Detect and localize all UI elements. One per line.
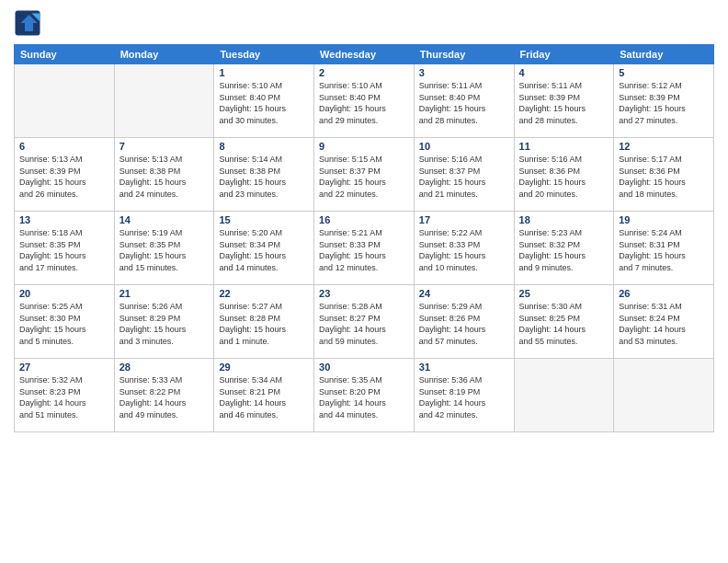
calendar-cell: 20Sunrise: 5:25 AM Sunset: 8:30 PM Dayli… <box>15 285 115 359</box>
day-info: Sunrise: 5:29 AM Sunset: 8:26 PM Dayligh… <box>419 301 509 347</box>
week-row-4: 20Sunrise: 5:25 AM Sunset: 8:30 PM Dayli… <box>15 285 714 359</box>
day-number: 12 <box>619 141 709 152</box>
weekday-header-wednesday: Wednesday <box>314 45 415 64</box>
weekday-header-friday: Friday <box>514 45 614 64</box>
calendar-cell: 3Sunrise: 5:11 AM Sunset: 8:40 PM Daylig… <box>414 64 514 138</box>
calendar-cell: 12Sunrise: 5:17 AM Sunset: 8:36 PM Dayli… <box>614 138 714 212</box>
day-info: Sunrise: 5:15 AM Sunset: 8:37 PM Dayligh… <box>319 154 409 200</box>
day-info: Sunrise: 5:16 AM Sunset: 8:37 PM Dayligh… <box>419 154 509 200</box>
day-number: 6 <box>19 141 109 152</box>
week-row-2: 6Sunrise: 5:13 AM Sunset: 8:39 PM Daylig… <box>15 138 714 212</box>
day-info: Sunrise: 5:11 AM Sunset: 8:39 PM Dayligh… <box>519 80 609 126</box>
calendar-cell: 13Sunrise: 5:18 AM Sunset: 8:35 PM Dayli… <box>15 212 115 285</box>
day-number: 30 <box>319 362 409 373</box>
day-number: 1 <box>219 67 309 78</box>
calendar-cell: 26Sunrise: 5:31 AM Sunset: 8:24 PM Dayli… <box>614 285 714 359</box>
day-number: 23 <box>319 288 409 299</box>
calendar-cell: 8Sunrise: 5:14 AM Sunset: 8:38 PM Daylig… <box>214 138 314 212</box>
logo <box>14 9 43 37</box>
week-row-1: 1Sunrise: 5:10 AM Sunset: 8:40 PM Daylig… <box>15 64 714 138</box>
day-number: 31 <box>419 362 509 373</box>
day-info: Sunrise: 5:27 AM Sunset: 8:28 PM Dayligh… <box>219 301 309 347</box>
calendar-cell <box>614 359 714 432</box>
calendar-cell: 22Sunrise: 5:27 AM Sunset: 8:28 PM Dayli… <box>214 285 314 359</box>
calendar-cell: 18Sunrise: 5:23 AM Sunset: 8:32 PM Dayli… <box>514 212 614 285</box>
day-number: 14 <box>119 214 210 225</box>
week-row-5: 27Sunrise: 5:32 AM Sunset: 8:23 PM Dayli… <box>15 359 714 432</box>
day-number: 3 <box>419 67 509 78</box>
weekday-header-row: SundayMondayTuesdayWednesdayThursdayFrid… <box>15 45 714 64</box>
day-info: Sunrise: 5:26 AM Sunset: 8:29 PM Dayligh… <box>119 301 210 347</box>
weekday-header-monday: Monday <box>114 45 214 64</box>
calendar-cell: 11Sunrise: 5:16 AM Sunset: 8:36 PM Dayli… <box>514 138 614 212</box>
day-info: Sunrise: 5:22 AM Sunset: 8:33 PM Dayligh… <box>419 227 509 273</box>
day-info: Sunrise: 5:13 AM Sunset: 8:38 PM Dayligh… <box>119 154 210 200</box>
calendar-cell: 1Sunrise: 5:10 AM Sunset: 8:40 PM Daylig… <box>214 64 314 138</box>
calendar-cell: 29Sunrise: 5:34 AM Sunset: 8:21 PM Dayli… <box>214 359 314 432</box>
day-number: 22 <box>219 288 309 299</box>
weekday-header-sunday: Sunday <box>15 45 115 64</box>
day-number: 16 <box>319 214 409 225</box>
logo-icon <box>14 9 41 37</box>
day-info: Sunrise: 5:21 AM Sunset: 8:33 PM Dayligh… <box>319 227 409 273</box>
day-number: 26 <box>619 288 709 299</box>
calendar-cell: 24Sunrise: 5:29 AM Sunset: 8:26 PM Dayli… <box>414 285 514 359</box>
calendar-cell: 10Sunrise: 5:16 AM Sunset: 8:37 PM Dayli… <box>414 138 514 212</box>
day-number: 8 <box>219 141 309 152</box>
calendar-cell: 17Sunrise: 5:22 AM Sunset: 8:33 PM Dayli… <box>414 212 514 285</box>
day-number: 27 <box>19 362 109 373</box>
day-number: 28 <box>119 362 210 373</box>
calendar-cell <box>15 64 115 138</box>
day-number: 2 <box>319 67 409 78</box>
day-info: Sunrise: 5:16 AM Sunset: 8:36 PM Dayligh… <box>519 154 609 200</box>
calendar-cell: 7Sunrise: 5:13 AM Sunset: 8:38 PM Daylig… <box>114 138 214 212</box>
day-number: 4 <box>519 67 609 78</box>
day-info: Sunrise: 5:31 AM Sunset: 8:24 PM Dayligh… <box>619 301 709 347</box>
day-info: Sunrise: 5:12 AM Sunset: 8:39 PM Dayligh… <box>619 80 709 126</box>
calendar-cell: 31Sunrise: 5:36 AM Sunset: 8:19 PM Dayli… <box>414 359 514 432</box>
day-info: Sunrise: 5:25 AM Sunset: 8:30 PM Dayligh… <box>19 301 109 347</box>
day-info: Sunrise: 5:30 AM Sunset: 8:25 PM Dayligh… <box>519 301 609 347</box>
calendar-cell: 5Sunrise: 5:12 AM Sunset: 8:39 PM Daylig… <box>614 64 714 138</box>
day-number: 15 <box>219 214 309 225</box>
day-info: Sunrise: 5:35 AM Sunset: 8:20 PM Dayligh… <box>319 374 409 420</box>
weekday-header-tuesday: Tuesday <box>214 45 314 64</box>
calendar-cell: 30Sunrise: 5:35 AM Sunset: 8:20 PM Dayli… <box>314 359 415 432</box>
day-info: Sunrise: 5:10 AM Sunset: 8:40 PM Dayligh… <box>319 80 409 126</box>
day-info: Sunrise: 5:34 AM Sunset: 8:21 PM Dayligh… <box>219 374 309 420</box>
day-number: 10 <box>419 141 509 152</box>
calendar-cell: 2Sunrise: 5:10 AM Sunset: 8:40 PM Daylig… <box>314 64 415 138</box>
calendar-cell: 27Sunrise: 5:32 AM Sunset: 8:23 PM Dayli… <box>15 359 115 432</box>
day-info: Sunrise: 5:28 AM Sunset: 8:27 PM Dayligh… <box>319 301 409 347</box>
day-number: 18 <box>519 214 609 225</box>
day-number: 5 <box>619 67 709 78</box>
calendar-cell: 9Sunrise: 5:15 AM Sunset: 8:37 PM Daylig… <box>314 138 415 212</box>
day-number: 21 <box>119 288 210 299</box>
week-row-3: 13Sunrise: 5:18 AM Sunset: 8:35 PM Dayli… <box>15 212 714 285</box>
day-number: 17 <box>419 214 509 225</box>
day-info: Sunrise: 5:18 AM Sunset: 8:35 PM Dayligh… <box>19 227 109 273</box>
day-number: 24 <box>419 288 509 299</box>
day-number: 9 <box>319 141 409 152</box>
day-info: Sunrise: 5:24 AM Sunset: 8:31 PM Dayligh… <box>619 227 709 273</box>
day-number: 29 <box>219 362 309 373</box>
day-info: Sunrise: 5:32 AM Sunset: 8:23 PM Dayligh… <box>19 374 109 420</box>
calendar-cell: 19Sunrise: 5:24 AM Sunset: 8:31 PM Dayli… <box>614 212 714 285</box>
calendar-cell: 16Sunrise: 5:21 AM Sunset: 8:33 PM Dayli… <box>314 212 415 285</box>
day-number: 13 <box>19 214 109 225</box>
calendar-cell: 23Sunrise: 5:28 AM Sunset: 8:27 PM Dayli… <box>314 285 415 359</box>
day-number: 11 <box>519 141 609 152</box>
calendar-cell: 15Sunrise: 5:20 AM Sunset: 8:34 PM Dayli… <box>214 212 314 285</box>
day-number: 19 <box>619 214 709 225</box>
day-info: Sunrise: 5:36 AM Sunset: 8:19 PM Dayligh… <box>419 374 509 420</box>
day-number: 7 <box>119 141 210 152</box>
day-number: 25 <box>519 288 609 299</box>
day-info: Sunrise: 5:20 AM Sunset: 8:34 PM Dayligh… <box>219 227 309 273</box>
calendar-cell <box>514 359 614 432</box>
header <box>14 9 714 37</box>
calendar-cell: 6Sunrise: 5:13 AM Sunset: 8:39 PM Daylig… <box>15 138 115 212</box>
day-info: Sunrise: 5:17 AM Sunset: 8:36 PM Dayligh… <box>619 154 709 200</box>
day-info: Sunrise: 5:23 AM Sunset: 8:32 PM Dayligh… <box>519 227 609 273</box>
day-info: Sunrise: 5:14 AM Sunset: 8:38 PM Dayligh… <box>219 154 309 200</box>
calendar-page: SundayMondayTuesdayWednesdayThursdayFrid… <box>0 0 728 563</box>
